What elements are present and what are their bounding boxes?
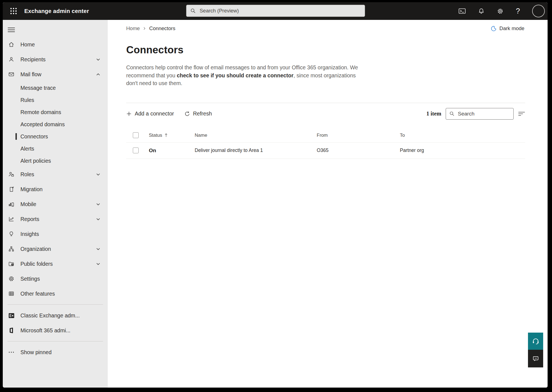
sidebar-item-alerts[interactable]: Alerts xyxy=(3,143,108,155)
breadcrumb-home[interactable]: Home xyxy=(126,25,140,31)
plus-icon xyxy=(126,111,132,117)
column-header-from[interactable]: From xyxy=(317,133,400,138)
nav-divider xyxy=(7,341,103,341)
page-title: Connectors xyxy=(126,44,525,56)
column-header-to[interactable]: To xyxy=(400,133,525,138)
feedback-button[interactable] xyxy=(528,350,543,367)
cell-from: O365 xyxy=(317,148,400,153)
sidebar-item-connectors[interactable]: Connectors xyxy=(3,130,108,143)
notifications-bell-icon[interactable] xyxy=(478,8,485,14)
search-icon xyxy=(190,8,196,14)
column-header-status[interactable]: Status xyxy=(149,133,162,138)
list-search-box[interactable] xyxy=(446,108,514,120)
row-checkbox[interactable] xyxy=(133,148,139,153)
left-nav: Home Recipients xyxy=(3,20,108,388)
connectors-table: Status Name From To On Deliver journal d… xyxy=(126,128,525,159)
sidebar-item-insights[interactable]: Insights xyxy=(3,227,108,241)
chevron-down-icon xyxy=(96,172,101,177)
document-arrow-icon xyxy=(8,186,15,193)
cell-to: Partner org xyxy=(400,148,525,153)
person-briefcase-icon xyxy=(8,171,15,178)
main-content: Home Connectors Dark mode Connectors Con… xyxy=(108,20,548,388)
chevron-right-icon xyxy=(142,27,146,30)
headset-icon xyxy=(532,337,540,345)
add-connector-button[interactable]: Add a connector xyxy=(126,111,174,117)
chevron-down-icon xyxy=(96,247,101,251)
cell-status: On xyxy=(149,148,195,154)
breadcrumb-current: Connectors xyxy=(149,25,175,31)
sidebar-item-show-pinned[interactable]: Show pinned xyxy=(3,345,108,360)
dark-mode-toggle[interactable]: Dark mode xyxy=(490,25,524,32)
grid-table-icon xyxy=(8,290,15,297)
table-header-row: Status Name From To xyxy=(126,128,525,142)
chat-bubble-icon xyxy=(532,355,539,362)
list-search-input[interactable] xyxy=(457,111,510,117)
support-button[interactable] xyxy=(528,333,543,350)
sidebar-item-public-folders[interactable]: Public folders xyxy=(3,256,108,271)
top-bar: Exchange admin center xyxy=(3,2,548,20)
section-divider xyxy=(126,103,525,103)
mail-icon xyxy=(8,71,15,78)
dark-mode-label: Dark mode xyxy=(500,25,524,31)
ellipsis-icon xyxy=(8,349,15,356)
cell-name[interactable]: Deliver journal directly to Area 1 xyxy=(195,148,317,153)
sidebar-item-roles[interactable]: Roles xyxy=(3,167,108,182)
topbar-actions: ? xyxy=(458,5,548,17)
list-toolbar: Add a connector Refresh 1 item xyxy=(126,106,525,122)
app-title: Exchange admin center xyxy=(24,8,89,14)
table-row[interactable]: On Deliver journal directly to Area 1 O3… xyxy=(126,142,525,159)
sidebar-item-microsoft-365-admin[interactable]: Microsoft 365 admi... xyxy=(3,323,108,338)
sidebar-item-recipients[interactable]: Recipients xyxy=(3,52,108,67)
chevron-down-icon xyxy=(96,217,101,222)
gear-icon xyxy=(8,275,15,282)
description-link[interactable]: check to see if you should create a conn… xyxy=(177,72,294,78)
sidebar-item-rules[interactable]: Rules xyxy=(3,94,108,106)
sidebar-item-reports[interactable]: Reports xyxy=(3,212,108,227)
sidebar-item-migration[interactable]: Migration xyxy=(3,182,108,197)
floating-buttons xyxy=(528,333,543,367)
folder-globe-icon xyxy=(8,261,15,267)
account-avatar[interactable] xyxy=(532,5,545,17)
sidebar-item-settings[interactable]: Settings xyxy=(3,271,108,286)
line-chart-icon xyxy=(8,216,15,222)
refresh-button[interactable]: Refresh xyxy=(184,111,212,117)
nav-divider xyxy=(7,304,103,305)
topbar-left: Exchange admin center xyxy=(3,7,89,15)
search-icon xyxy=(449,111,455,116)
item-count: 1 item xyxy=(426,111,441,117)
sidebar-item-organization[interactable]: Organization xyxy=(3,241,108,256)
select-all-checkbox[interactable] xyxy=(133,132,139,138)
page-description: Connectors help control the flow of emai… xyxy=(126,64,364,87)
sidebar-item-mail-flow[interactable]: Mail flow xyxy=(3,67,108,82)
sidebar-item-other-features[interactable]: Other features xyxy=(3,286,108,301)
help-icon[interactable]: ? xyxy=(516,7,520,15)
hamburger-menu-icon[interactable] xyxy=(8,24,19,35)
chevron-down-icon xyxy=(96,262,101,266)
filter-sort-icon[interactable] xyxy=(518,111,525,117)
org-chart-icon xyxy=(8,246,15,252)
chevron-down-icon xyxy=(96,202,101,207)
refresh-icon xyxy=(184,111,190,117)
settings-gear-icon[interactable] xyxy=(497,8,504,15)
waffle-grid-icon xyxy=(10,7,17,15)
moon-icon xyxy=(490,25,497,32)
chevron-down-icon xyxy=(96,57,101,62)
sidebar-item-mobile[interactable]: Mobile xyxy=(3,197,108,212)
chevron-up-icon xyxy=(96,72,101,77)
cloud-shell-icon[interactable] xyxy=(458,8,466,14)
app-window: Exchange admin center xyxy=(3,2,548,388)
sidebar-item-remote-domains[interactable]: Remote domains xyxy=(3,106,108,118)
column-header-name[interactable]: Name xyxy=(195,133,317,138)
global-search-box[interactable] xyxy=(186,5,365,17)
sidebar-item-accepted-domains[interactable]: Accepted domains xyxy=(3,118,108,130)
home-icon xyxy=(8,41,15,48)
breadcrumb: Home Connectors xyxy=(126,25,175,31)
sidebar-item-home[interactable]: Home xyxy=(3,37,108,52)
sidebar-item-classic-exchange-admin[interactable]: Classic Exchange adm... xyxy=(3,308,108,323)
sort-ascending-icon xyxy=(164,133,168,137)
sidebar-item-alert-policies[interactable]: Alert policies xyxy=(3,155,108,167)
exchange-logo-icon xyxy=(8,312,15,319)
sidebar-item-message-trace[interactable]: Message trace xyxy=(3,82,108,94)
app-launcher-icon[interactable] xyxy=(10,7,17,15)
global-search-input[interactable] xyxy=(199,7,361,14)
